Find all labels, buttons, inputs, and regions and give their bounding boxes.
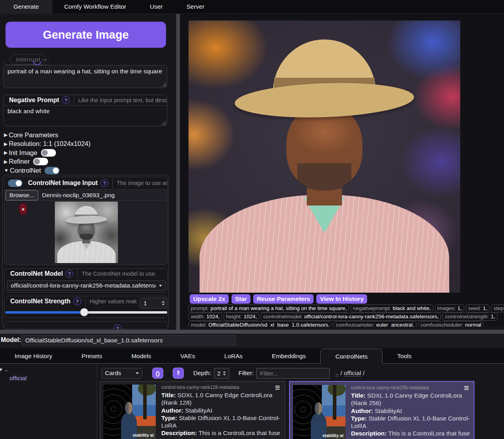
controlnet-image-input-toggle[interactable] — [8, 179, 22, 187]
breadcrumb: .. / official / — [335, 370, 364, 377]
breadcrumb-up-link[interactable]: .. — [335, 370, 339, 377]
generated-image[interactable] — [189, 21, 460, 293]
card-menu-icon[interactable]: ≡ — [464, 384, 469, 392]
image-action-buttons: Upscale 2x Star Reuse Parameters View In… — [190, 294, 367, 304]
controlnet-image-input-label: ControlNet Image Input — [28, 179, 98, 187]
section-refiner[interactable]: ▶ Refiner — [4, 157, 91, 166]
section-resolution[interactable]: ▶ Resolution: 1:1 (1024x1024) — [4, 140, 91, 149]
controlnet-card-rank256[interactable]: stability ai control-lora-canny-rank256-… — [289, 381, 474, 439]
controlnet-toggle[interactable] — [45, 167, 60, 174]
tab-generate[interactable]: Generate — [0, 0, 52, 13]
filter-label: Filter: — [239, 370, 254, 377]
more-options-button[interactable]: ... — [42, 55, 47, 62]
metadata-chip: controlnetstrength:1, — [442, 313, 497, 321]
current-image-panel: Upscale 2x Star Reuse Parameters View In… — [180, 14, 504, 327]
bottom-tab-bar: Image History Presets Models VAEs LoRAs … — [0, 349, 504, 364]
view-mode-value: Cards — [102, 370, 133, 377]
help-icon[interactable]: ? — [73, 297, 81, 305]
section-label: Refiner — [9, 158, 30, 165]
tab-comfy-workflow-editor[interactable]: Comfy Workflow Editor — [52, 0, 138, 13]
next-parameter-clipped: ? — [4, 321, 168, 329]
parameter-sections: ▶ Core Parameters ▶ Resolution: 1:1 (102… — [4, 131, 91, 175]
help-icon[interactable]: ? — [65, 270, 73, 278]
controlnet-strength-slider[interactable] — [6, 311, 167, 314]
remove-image-button[interactable]: × — [19, 203, 27, 215]
breadcrumb-official-link[interactable]: official — [344, 370, 361, 377]
number-spinner[interactable] — [162, 301, 165, 305]
vertical-splitter[interactable] — [176, 14, 180, 330]
spin-down-icon — [223, 374, 226, 375]
tab-image-history[interactable]: Image History — [0, 349, 67, 363]
tab-controlnets[interactable]: ControlNets — [320, 349, 383, 364]
controlnet-strength-block: ControlNet Strength ? Higher values mak … — [4, 296, 168, 318]
chevron-down-icon — [136, 372, 139, 374]
card-thumbnail: stability ai — [103, 385, 156, 439]
card-menu-icon[interactable]: ≡ — [275, 384, 280, 392]
tab-presets[interactable]: Presets — [67, 349, 117, 363]
card-text: control-lora-canny-rank128-metadata Titl… — [161, 383, 280, 439]
reuse-parameters-button[interactable]: Reuse Parameters — [253, 294, 314, 304]
refresh-icon: () — [156, 370, 160, 377]
card-name: control-lora-canny-rank256-metadata — [351, 385, 470, 390]
tab-user[interactable]: User — [138, 0, 175, 13]
help-icon[interactable]: ? — [62, 96, 70, 104]
section-core-parameters[interactable]: ▶ Core Parameters — [4, 131, 91, 140]
controlnet-card-rank128[interactable]: stability ai control-lora-canny-rank128-… — [100, 381, 285, 439]
controlnet-browser: ▼.. official Cards () ⇑ Depth: 2 Filter:… — [0, 364, 504, 439]
controlnet-model-value: official/control-lora-canny-rank256-meta… — [7, 282, 156, 289]
metadata-chip: seed:1, — [466, 304, 489, 312]
section-controlnet[interactable]: ▼ ControlNet — [4, 166, 91, 175]
spin-down-icon — [162, 304, 165, 305]
chevron-right-icon: ▶ — [4, 159, 7, 164]
chevron-down-icon: ▼ — [4, 168, 9, 173]
tab-loras[interactable]: LoRAs — [210, 349, 258, 363]
tab-tools[interactable]: Tools — [383, 349, 426, 363]
refiner-toggle[interactable] — [33, 158, 48, 165]
refresh-button[interactable]: () — [152, 368, 163, 379]
prompt-input[interactable] — [3, 65, 167, 88]
model-input[interactable] — [22, 335, 236, 346]
browse-button[interactable]: Browse... — [6, 190, 38, 200]
view-in-history-button[interactable]: View In History — [316, 294, 367, 304]
browser-toolbar: Cards () ⇑ Depth: 2 Filter: .. / officia… — [101, 368, 364, 379]
tab-models[interactable]: Models — [117, 349, 166, 363]
metadata-chip: comfyuischeduler:normal — [418, 321, 483, 327]
controlnet-model-select[interactable]: official/control-lora-canny-rank256-meta… — [7, 280, 166, 291]
metadata-line: model:OfficialStableDiffusion/sd_xl_base… — [189, 321, 504, 327]
tree-up-item[interactable]: ▼.. — [0, 366, 8, 372]
controlnet-image-input-block: ControlNet Image Input ? The image to us… — [4, 177, 168, 265]
prompt-field-wrap — [3, 65, 167, 88]
model-cards-row: stability ai control-lora-canny-rank128-… — [100, 381, 474, 439]
metadata-chip: images:1, — [435, 304, 465, 312]
slider-knob[interactable] — [80, 308, 88, 316]
controlnet-group: ControlNet Image Input ? The image to us… — [2, 175, 169, 329]
help-icon[interactable]: ? — [101, 179, 108, 187]
view-mode-select[interactable]: Cards — [101, 368, 142, 379]
tab-embeddings[interactable]: Embeddings — [257, 349, 320, 363]
metadata-line: prompt:portrait of a man wearing a hat, … — [189, 304, 504, 312]
controlnet-strength-number-input[interactable]: 1 — [140, 298, 168, 308]
upscale-2x-button[interactable]: Upscale 2x — [190, 294, 229, 304]
star-button[interactable]: Star — [231, 294, 250, 304]
filter-input[interactable] — [256, 368, 330, 379]
card-text: control-lora-canny-rank256-metadata Titl… — [351, 383, 470, 439]
chevron-down-icon: ▼ — [0, 367, 3, 372]
section-init-image[interactable]: ▶ Init Image — [4, 148, 91, 157]
metadata-line: width:1024, height:1024, controlnetmodel… — [189, 313, 504, 321]
section-label: ControlNet — [10, 167, 41, 174]
horizontal-splitter[interactable] — [0, 330, 504, 334]
tree-folder-official[interactable]: official — [9, 375, 27, 382]
negative-prompt-input[interactable] — [4, 105, 167, 126]
tab-vaes[interactable]: VAEs — [166, 349, 210, 363]
controlnet-input-image-thumbnail[interactable] — [55, 202, 118, 263]
metadata-chip: controlnetmodel:official/control-lora-ca… — [261, 313, 441, 321]
generate-image-button[interactable]: Generate Image — [6, 22, 166, 48]
model-label: Model: — [1, 336, 21, 344]
folder-tree: ▼.. official — [0, 364, 97, 439]
section-label: Resolution: 1:1 (1024x1024) — [9, 140, 90, 148]
depth-number-input[interactable]: 2 — [214, 368, 229, 379]
tab-server[interactable]: Server — [175, 0, 217, 13]
number-spinner[interactable] — [223, 371, 226, 375]
upload-button[interactable]: ⇑ — [173, 368, 184, 379]
init-image-toggle[interactable] — [41, 149, 56, 157]
